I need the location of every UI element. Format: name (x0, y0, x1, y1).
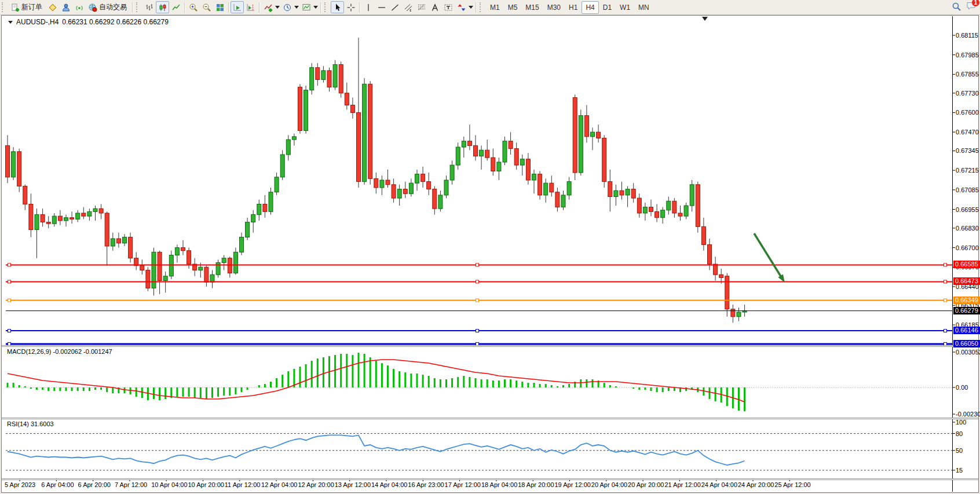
timeframe-M30[interactable]: M30 (543, 1, 565, 14)
price-axis-label: 0.67345 (956, 147, 980, 154)
macd-axis-label: -0.002306 (956, 411, 980, 418)
price-axis-label: 0.67855 (956, 71, 980, 78)
cursor-arrow-icon (333, 3, 342, 12)
chart-shift-icon (246, 3, 255, 12)
candlestick-button[interactable] (156, 1, 169, 13)
text-label-button[interactable] (441, 1, 455, 13)
timeframe-M5[interactable]: M5 (504, 1, 522, 14)
gold-rhombus-icon (48, 3, 57, 12)
timeframe-M15[interactable]: M15 (521, 1, 543, 14)
notification-badge: 1 (972, 0, 979, 6)
time-axis-label: 10 Apr 04:00 (151, 481, 187, 489)
editor-button[interactable] (46, 1, 59, 13)
candlestick-icon (158, 3, 167, 12)
one-click-trading-toggle[interactable] (8, 21, 13, 24)
text-label-icon (444, 3, 453, 12)
toolbar-grip[interactable] (2, 2, 6, 12)
time-axis-label: 11 Apr 12:00 (225, 481, 261, 489)
tester-button[interactable] (59, 1, 72, 13)
trendline-button[interactable] (388, 1, 401, 13)
time-axis-label: 12 Apr 20:00 (298, 481, 334, 489)
templates-button[interactable] (299, 1, 313, 13)
periods-button[interactable] (280, 1, 294, 13)
text-button[interactable] (428, 1, 441, 13)
timeframe-W1[interactable]: W1 (616, 1, 634, 14)
rsi-axis-label: 80 (956, 430, 980, 437)
time-axis-label: 5 Apr 2023 (5, 481, 35, 489)
arrows-dropdown[interactable] (468, 1, 474, 13)
bar-chart-icon (145, 3, 154, 12)
indicators-dropdown[interactable] (275, 1, 280, 13)
price-axis-label: 0.67985 (956, 52, 980, 58)
tile-windows-button[interactable] (213, 1, 226, 13)
horizontal-line-button[interactable] (375, 1, 388, 13)
auto-trading-label: 自动交易 (99, 2, 127, 12)
auto-trading-button[interactable]: 自动交易 (86, 1, 130, 13)
zoom-out-button[interactable] (200, 1, 213, 13)
new-order-icon (10, 3, 20, 12)
auto-scroll-button[interactable] (231, 1, 244, 13)
periods-dropdown[interactable] (294, 1, 299, 13)
pane-separator-timeaxis (2, 478, 978, 480)
timeframe-MN[interactable]: MN (634, 1, 653, 14)
new-order-button[interactable]: 新订单 (8, 1, 46, 13)
time-axis-label: 19 Apr 12:00 (555, 481, 591, 489)
auto-scroll-icon (233, 3, 242, 12)
price-line-badge: 0.66146 (953, 327, 980, 334)
quote-ohlc-label: 0.66231 0.66292 0.66226 0.66279 (62, 18, 169, 26)
pane-separator-rsi[interactable] (2, 418, 978, 419)
time-axis-label: 17 Apr 12:00 (445, 481, 481, 489)
rsi-label: RSI(14) 31.6003 (7, 420, 54, 427)
line-chart-button[interactable] (169, 1, 182, 13)
symbol-period-label: AUDUSD-,H4 (16, 18, 58, 26)
price-axis-label: 0.67600 (956, 109, 980, 116)
price-axis-label: 0.68115 (956, 32, 980, 39)
price-line-badge: 0.66050 (953, 340, 980, 347)
trendline-icon (390, 3, 400, 12)
chart-title: AUDUSD-,H4 0.66231 0.66292 0.66226 0.662… (8, 18, 169, 26)
person-monitor-icon (61, 3, 71, 12)
horizontal-line-icon (377, 3, 386, 12)
channel-button[interactable] (401, 1, 415, 13)
notifications-button[interactable]: 1 (966, 1, 977, 12)
rsi-axis-label: 15 (956, 467, 980, 474)
fibonacci-button[interactable] (415, 1, 428, 13)
auto-trading-icon (88, 3, 97, 12)
chart-shift-button[interactable] (244, 1, 257, 13)
price-line-badge: 0.66279 (953, 307, 980, 314)
timeframe-H1[interactable]: H1 (565, 1, 582, 14)
pane-separator-macd[interactable] (2, 345, 978, 347)
toolbar-grip[interactable] (136, 2, 140, 12)
timeframe-H4[interactable]: H4 (582, 1, 598, 14)
cursor-button[interactable] (331, 1, 344, 13)
search-icon[interactable] (952, 2, 961, 12)
toolbar-grip[interactable] (324, 2, 328, 12)
templates-dropdown[interactable] (313, 1, 319, 13)
indicators-button[interactable] (261, 1, 275, 13)
arrows-button[interactable] (455, 1, 468, 13)
toolbar: 新订单 自动交易 (0, 0, 980, 15)
toolbar-separator (259, 2, 259, 13)
price-axis-label: 0.66700 (956, 244, 980, 251)
price-line-badge: 0.66349 (953, 297, 980, 304)
bar-chart-button[interactable] (142, 1, 156, 13)
clock-icon (283, 3, 292, 12)
price-axis-label: 0.66955 (956, 206, 980, 213)
time-axis-label: 24 Apr 20:00 (738, 481, 774, 489)
toolbar-separator (359, 2, 360, 13)
time-axis-label: 14 Apr 04:00 (371, 481, 407, 489)
vertical-line-button[interactable] (361, 1, 375, 13)
signals-button[interactable] (72, 1, 86, 13)
zoom-in-button[interactable] (187, 1, 200, 13)
toolbar-separator (184, 2, 185, 13)
timeframe-D1[interactable]: D1 (599, 1, 616, 14)
crosshair-button[interactable] (344, 1, 357, 13)
time-axis-label: 20 Apr 04:00 (591, 481, 627, 489)
time-axis-label: 16 Apr 23:00 (408, 481, 444, 489)
toolbar-separator (320, 2, 321, 13)
timeframe-M1[interactable]: M1 (486, 1, 504, 14)
toolbar-grip[interactable] (480, 2, 484, 12)
chart-window[interactable] (1, 15, 979, 493)
indicators-icon (264, 3, 273, 12)
price-axis-label: 0.67730 (956, 90, 980, 97)
